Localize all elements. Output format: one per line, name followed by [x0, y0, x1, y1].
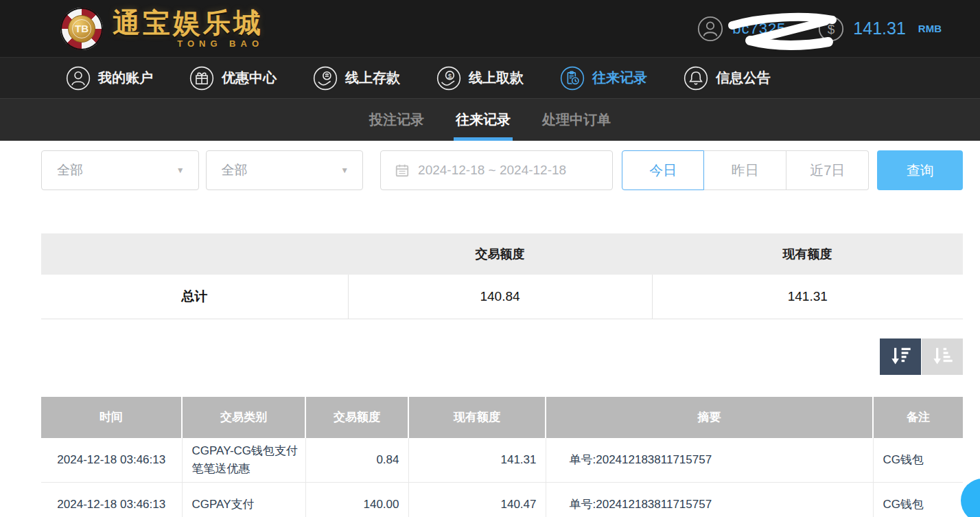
gift-icon	[189, 65, 215, 91]
cell-type: CGPAY-CG钱包支付笔笔送优惠	[182, 438, 305, 483]
site-title: 通宝娱乐城	[113, 9, 264, 36]
sort-ascending-icon	[930, 344, 955, 369]
chevron-down-icon: ▼	[340, 165, 349, 175]
top-bar: TB 通宝娱乐城 TONG BAO bc7325	[0, 0, 980, 57]
last7days-button[interactable]: 近7日	[786, 150, 869, 190]
table-row: 2024-12-18 03:46:13 CGPAY支付 140.00 140.4…	[41, 483, 963, 517]
sort-ascending-button[interactable]	[922, 338, 963, 375]
chip-label: TB	[72, 19, 91, 38]
col-type: 交易类别	[182, 397, 305, 438]
col-balance: 现有额度	[408, 397, 546, 438]
cell-type: CGPAY支付	[182, 483, 305, 517]
summary-transaction-amount: 140.84	[348, 275, 652, 319]
records-table: 时间 交易类别 交易额度 现有额度 摘要 备注 2024-12-18 03:46…	[41, 397, 963, 517]
summary-header-transaction: 交易额度	[348, 233, 652, 275]
quick-date-group: 今日 昨日 近7日	[622, 150, 869, 190]
balance-currency: RMB	[918, 23, 942, 34]
username-text: bc7325	[732, 20, 786, 37]
bell-icon	[683, 65, 709, 91]
poker-chip-icon: TB	[60, 8, 103, 50]
tab-transaction-records[interactable]: 往来记录	[456, 99, 511, 141]
cell-remark: CG钱包	[873, 483, 963, 517]
cell-amount: 0.84	[305, 438, 408, 483]
cell-balance: 140.47	[408, 483, 546, 517]
calendar-icon	[395, 163, 410, 178]
date-range-input[interactable]: 2024-12-18 ~ 2024-12-18	[380, 150, 613, 190]
user-account-chunk[interactable]: bc7325	[697, 15, 786, 43]
type-select[interactable]: 全部 ▼	[41, 150, 199, 190]
today-button[interactable]: 今日	[622, 150, 704, 190]
tab-bet-records[interactable]: 投注记录	[369, 99, 424, 141]
col-amount: 交易额度	[305, 397, 408, 438]
site-subtitle: TONG BAO	[113, 38, 264, 49]
sort-descending-icon	[888, 344, 913, 369]
sort-controls	[41, 338, 963, 375]
records-header-row: 时间 交易类别 交易额度 现有额度 摘要 备注	[41, 397, 963, 438]
content-area: 全部 ▼ 全部 ▼ 2024-12-18 ~ 2024-12-18 今日 昨日 …	[0, 141, 980, 517]
nav-item-announcements[interactable]: 信息公告	[683, 65, 771, 91]
date-range-value: 2024-12-18 ~ 2024-12-18	[418, 163, 566, 178]
nav-item-records[interactable]: 往来记录	[559, 65, 647, 91]
summary-header-current: 现有额度	[652, 233, 963, 275]
balance-chunk[interactable]: $ 141.31RMB	[817, 15, 942, 43]
col-remark: 备注	[873, 397, 963, 438]
hand-coin-icon	[312, 65, 338, 91]
dollar-circle-icon: $	[817, 15, 845, 43]
user-icon	[697, 15, 724, 43]
cell-balance: 141.31	[408, 438, 546, 483]
summary-total-row: 总计 140.84 141.31	[41, 275, 963, 319]
balance-amount: 141.31	[853, 19, 905, 38]
cell-summary: 单号:202412183811715757	[546, 438, 873, 483]
nav-item-account[interactable]: 我的账户	[65, 65, 153, 91]
tab-pending-orders[interactable]: 处理中订单	[542, 99, 611, 141]
main-nav: 我的账户 优惠中心 线上存款 $ 线上取款 往	[0, 57, 980, 98]
svg-text:$: $	[448, 71, 452, 79]
summary-table: 交易额度 现有额度 总计 140.84 141.31	[41, 233, 963, 319]
yesterday-button[interactable]: 昨日	[704, 150, 786, 190]
col-summary: 摘要	[546, 397, 873, 438]
table-row: 2024-12-18 03:46:13 CGPAY-CG钱包支付笔笔送优惠 0.…	[41, 438, 963, 483]
cell-time: 2024-12-18 03:46:13	[41, 438, 182, 483]
site-logo[interactable]: TB 通宝娱乐城 TONG BAO	[60, 8, 264, 50]
summary-header-empty	[41, 233, 348, 275]
chevron-down-icon: ▼	[176, 165, 185, 175]
cell-remark: CG钱包	[873, 438, 963, 483]
nav-item-deposit[interactable]: 线上存款	[312, 65, 400, 91]
cell-summary: 单号:202412183811715757	[546, 483, 873, 517]
svg-text:$: $	[828, 22, 835, 36]
category-select[interactable]: 全部 ▼	[206, 150, 364, 190]
nav-item-withdraw[interactable]: $ 线上取款	[436, 65, 524, 91]
summary-total-label: 总计	[41, 275, 348, 319]
sub-nav: 投注记录 往来记录 处理中订单	[0, 98, 980, 141]
col-time: 时间	[41, 397, 182, 438]
summary-current-amount: 141.31	[652, 275, 963, 319]
filter-bar: 全部 ▼ 全部 ▼ 2024-12-18 ~ 2024-12-18 今日 昨日 …	[41, 150, 963, 190]
clipboard-clock-icon	[559, 65, 585, 91]
cell-time: 2024-12-18 03:46:13	[41, 483, 182, 517]
cell-amount: 140.00	[305, 483, 408, 517]
user-circle-icon	[65, 65, 91, 91]
sort-descending-button[interactable]	[880, 338, 921, 375]
search-button[interactable]: 查询	[877, 150, 963, 190]
nav-item-promotions[interactable]: 优惠中心	[189, 65, 277, 91]
hand-dollar-icon: $	[436, 65, 462, 91]
